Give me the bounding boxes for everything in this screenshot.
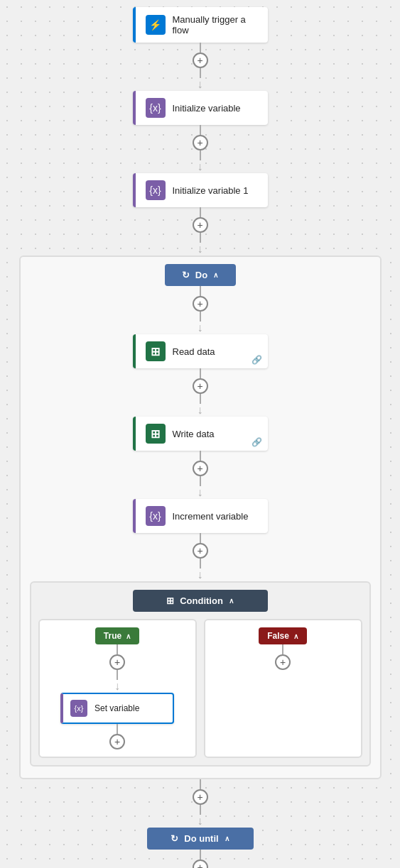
- connector-3: + ↓: [193, 207, 208, 256]
- flow-canvas: ⚡ Manually trigger a flow + ↓ {x} Initia…: [0, 0, 400, 868]
- arrow-true: ↓: [114, 680, 120, 693]
- read-data-label: Read data: [173, 346, 258, 357]
- true-branch-connector-after: +: [109, 724, 125, 749]
- set-variable-icon: {x}: [70, 700, 87, 717]
- do-until-chevron: ∧: [225, 835, 229, 842]
- add-step-do-1[interactable]: +: [193, 296, 208, 312]
- condition-branches: True ∧ + ↓ {x} Set variable: [38, 619, 362, 758]
- do-inner-connector-4: + ↓: [193, 533, 208, 581]
- add-step-true-after[interactable]: +: [109, 734, 125, 749]
- arrow-do-3: ↓: [198, 486, 203, 499]
- add-step-do-2[interactable]: +: [193, 378, 208, 394]
- arrow-after-do: ↓: [198, 815, 203, 828]
- read-data-icon: ⊞: [146, 341, 166, 361]
- init-variable-card[interactable]: {x} Initialize variable: [133, 91, 268, 125]
- write-data-card[interactable]: ⊞ Write data 🔗: [133, 417, 268, 451]
- add-step-true[interactable]: +: [109, 654, 125, 670]
- add-step-1[interactable]: +: [193, 53, 208, 68]
- write-data-link-icon: 🔗: [252, 437, 262, 447]
- add-step-false[interactable]: +: [275, 654, 291, 670]
- condition-label: Condition: [180, 595, 223, 606]
- false-chevron: ∧: [293, 632, 298, 640]
- add-step-2[interactable]: +: [193, 135, 208, 150]
- false-branch-connector: +: [275, 644, 291, 670]
- add-step-3[interactable]: +: [193, 217, 208, 233]
- arrow-do-1: ↓: [198, 322, 203, 334]
- do-inner-connector: + ↓: [193, 286, 208, 334]
- condition-header[interactable]: ⊞ Condition ∧: [133, 590, 268, 612]
- connector-2: + ↓: [193, 125, 208, 173]
- init-variable-label: Initialize variable: [173, 103, 258, 114]
- trigger-card[interactable]: ⚡ Manually trigger a flow: [133, 7, 268, 43]
- arrow-do-4: ↓: [198, 568, 203, 581]
- arrow-2: ↓: [198, 160, 203, 173]
- true-chevron: ∧: [126, 632, 131, 640]
- do-label: Do: [195, 270, 207, 280]
- write-data-label: Write data: [173, 429, 258, 439]
- line-3b: [200, 233, 201, 243]
- init-variable-icon: {x}: [146, 98, 166, 118]
- init-variable1-icon: {x}: [146, 180, 166, 200]
- init-variable1-card[interactable]: {x} Initialize variable 1: [133, 173, 268, 207]
- do-chevron: ∧: [213, 271, 218, 279]
- read-data-card[interactable]: ⊞ Read data 🔗: [133, 334, 268, 368]
- connector-after-do-until: +: [193, 850, 208, 868]
- init-variable1-label: Initialize variable 1: [173, 185, 258, 196]
- set-variable-card[interactable]: {x} Set variable: [60, 693, 174, 724]
- do-until-icon: ↻: [171, 833, 178, 844]
- do-icon: ↻: [182, 270, 190, 280]
- false-label: False: [267, 631, 289, 641]
- increment-variable-icon: {x}: [146, 506, 166, 526]
- true-branch-header[interactable]: True ∧: [95, 627, 139, 644]
- true-branch-connector: + ↓: [109, 644, 125, 693]
- add-step-after-do[interactable]: +: [193, 789, 208, 805]
- arrow-do-2: ↓: [198, 404, 203, 417]
- trigger-label: Manually trigger a flow: [173, 14, 258, 35]
- line-3: [200, 207, 201, 217]
- true-label: True: [104, 631, 121, 641]
- write-data-icon: ⊞: [146, 424, 166, 444]
- do-until-label: Do until: [184, 833, 218, 844]
- condition-icon: ⊞: [166, 595, 174, 606]
- trigger-icon: ⚡: [146, 15, 166, 35]
- false-branch-header[interactable]: False ∧: [259, 627, 307, 644]
- do-block: ↻ Do ∧ + ↓ ⊞ Read data 🔗 + ↓ ⊞ Write dat…: [19, 256, 382, 779]
- add-step-after-do-until[interactable]: +: [193, 859, 208, 868]
- do-header[interactable]: ↻ Do ∧: [165, 264, 236, 286]
- condition-chevron: ∧: [229, 597, 234, 605]
- false-branch: False ∧ +: [204, 619, 362, 758]
- arrow-3: ↓: [198, 243, 203, 256]
- do-inner-connector-2: + ↓: [193, 368, 208, 417]
- line-1b: [200, 68, 201, 78]
- connector-1: + ↓: [193, 43, 208, 91]
- increment-variable-label: Increment variable: [173, 511, 258, 522]
- add-step-do-3[interactable]: +: [193, 461, 208, 476]
- condition-block: ⊞ Condition ∧ True ∧ + ↓: [30, 581, 371, 767]
- line-2: [200, 125, 201, 135]
- true-branch: True ∧ + ↓ {x} Set variable: [38, 619, 197, 758]
- read-data-link-icon: 🔗: [252, 355, 262, 365]
- do-until-header[interactable]: ↻ Do until ∧: [147, 828, 254, 850]
- add-step-do-4[interactable]: +: [193, 543, 208, 559]
- line-2b: [200, 150, 201, 160]
- connector-after-do: + ↓: [193, 779, 208, 828]
- line-1: [200, 43, 201, 53]
- do-inner-connector-3: + ↓: [193, 451, 208, 499]
- increment-variable-card[interactable]: {x} Increment variable: [133, 499, 268, 533]
- set-variable-label: Set variable: [94, 703, 166, 713]
- arrow-1: ↓: [198, 78, 203, 91]
